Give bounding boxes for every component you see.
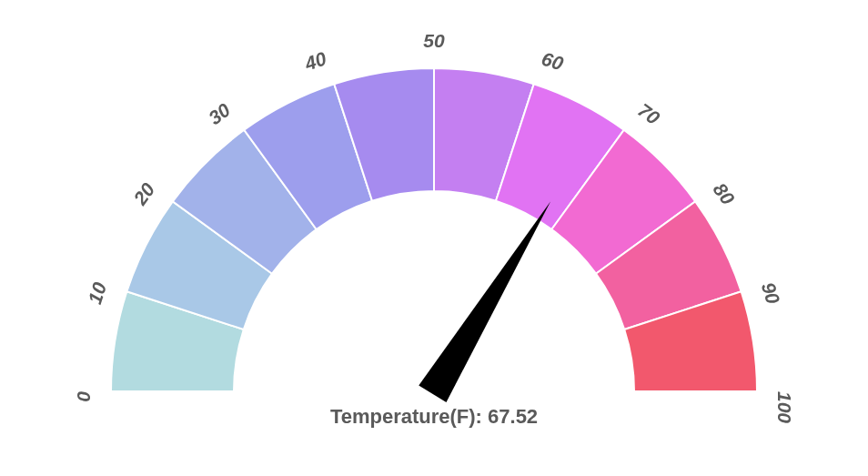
gauge-tick-60: 60 — [540, 47, 567, 74]
gauge-value-label: Temperature(F): 67.52 — [330, 405, 538, 428]
gauge-svg: 0102030405060708090100 Temperature(F): 6… — [0, 0, 868, 476]
gauge-tick-40: 40 — [301, 47, 329, 75]
gauge-tick-90: 90 — [758, 279, 784, 307]
gauge-tick-10: 10 — [84, 279, 110, 307]
gauge-needle-pointer — [419, 201, 550, 402]
gauge-tick-100: 100 — [774, 391, 795, 423]
gauge-tick-0: 0 — [73, 391, 94, 402]
gauge-tick-20: 20 — [129, 178, 159, 208]
gauge-chart: 0102030405060708090100 Temperature(F): 6… — [0, 0, 868, 476]
gauge-tick-30: 30 — [205, 99, 235, 129]
gauge-needle — [419, 201, 550, 402]
gauge-tick-50: 50 — [423, 30, 445, 51]
gauge-tick-80: 80 — [710, 179, 740, 209]
gauge-tick-70: 70 — [634, 99, 664, 129]
